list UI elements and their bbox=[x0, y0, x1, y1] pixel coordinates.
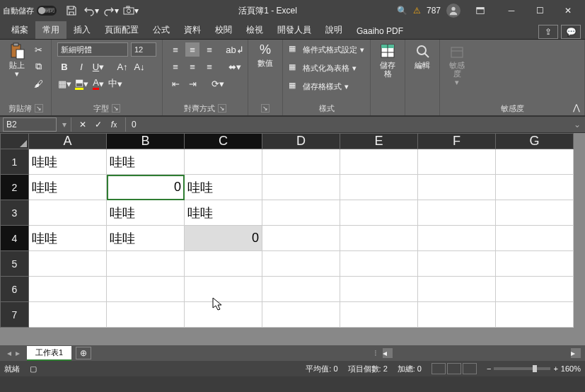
cell-B1[interactable]: 哇哇 bbox=[107, 149, 185, 175]
copy-icon[interactable]: ⧉ bbox=[31, 59, 45, 74]
align-top-icon[interactable]: ≡ bbox=[168, 42, 183, 57]
cut-icon[interactable]: ✂ bbox=[31, 42, 45, 57]
cell-C1[interactable] bbox=[185, 149, 262, 175]
tab-review[interactable]: 校閱 bbox=[208, 21, 239, 39]
share-icon[interactable]: ⇪ bbox=[538, 25, 558, 39]
tab-gaaiho[interactable]: Gaaiho PDF bbox=[349, 23, 410, 39]
new-sheet-icon[interactable]: ⊕ bbox=[76, 347, 91, 359]
maximize-button[interactable]: ☐ bbox=[526, 0, 554, 21]
shrink-font-icon[interactable]: A↓ bbox=[132, 59, 146, 74]
cell-F2[interactable] bbox=[418, 175, 496, 200]
zoom-control[interactable]: − + 160% bbox=[487, 364, 581, 373]
fill-color-icon[interactable]: ⬒▾ bbox=[74, 76, 88, 91]
minimize-button[interactable]: ─ bbox=[497, 0, 526, 21]
cell-D5[interactable] bbox=[262, 251, 340, 277]
align-bottom-icon[interactable]: ≡ bbox=[202, 42, 216, 57]
cell-G5[interactable] bbox=[496, 251, 574, 277]
number-launcher-icon[interactable]: ↘ bbox=[261, 104, 270, 113]
view-normal-icon[interactable] bbox=[431, 363, 446, 374]
tab-view[interactable]: 檢視 bbox=[239, 21, 270, 39]
clipboard-launcher-icon[interactable]: ↘ bbox=[35, 104, 43, 113]
align-center-icon[interactable]: ≡ bbox=[185, 59, 199, 74]
cell-F4[interactable] bbox=[418, 226, 496, 251]
grow-font-icon[interactable]: A↑ bbox=[115, 59, 129, 74]
cell-C6[interactable] bbox=[185, 277, 262, 302]
tab-data[interactable]: 資料 bbox=[177, 21, 208, 39]
tab-insert[interactable]: 插入 bbox=[66, 21, 98, 39]
redo-icon[interactable]: ▾ bbox=[103, 3, 119, 18]
cell-A7[interactable] bbox=[29, 302, 107, 328]
sheet-tab-1[interactable]: 工作表1 bbox=[27, 346, 71, 361]
cell-G2[interactable] bbox=[496, 175, 574, 200]
collapse-ribbon-icon[interactable]: ⋀ bbox=[573, 103, 580, 113]
zoom-in-icon[interactable]: + bbox=[553, 364, 557, 373]
cell-E2[interactable] bbox=[340, 175, 418, 200]
horizontal-scrollbar[interactable]: ◂▸ bbox=[383, 348, 581, 358]
cell-C2[interactable]: 哇哇 bbox=[185, 175, 262, 200]
cell-G4[interactable] bbox=[496, 226, 574, 251]
sheet-nav-prev-icon[interactable]: ◂ bbox=[7, 348, 11, 358]
name-box[interactable] bbox=[3, 117, 57, 132]
row-header-6[interactable]: 6 bbox=[1, 277, 29, 302]
cell-C3[interactable]: 哇哇 bbox=[185, 200, 262, 226]
cell-styles-button[interactable]: ▦儲存格樣式 ▾ bbox=[289, 79, 364, 93]
cell-B2[interactable]: 0 bbox=[107, 175, 185, 200]
cell-B5[interactable] bbox=[107, 251, 185, 277]
wrap-text-icon[interactable]: ab↲ bbox=[228, 42, 242, 57]
cell-E3[interactable] bbox=[340, 200, 418, 226]
cell-D3[interactable] bbox=[262, 200, 340, 226]
cell-B6[interactable] bbox=[107, 277, 185, 302]
phonetic-icon[interactable]: 中▾ bbox=[108, 76, 122, 91]
cell-F6[interactable] bbox=[418, 277, 496, 302]
format-as-table-button[interactable]: ▦格式化為表格 ▾ bbox=[289, 61, 364, 75]
cancel-formula-icon[interactable]: ✕ bbox=[76, 117, 90, 132]
cell-G6[interactable] bbox=[496, 277, 574, 302]
tab-home[interactable]: 常用 bbox=[35, 21, 66, 39]
paste-button[interactable]: 貼上▾ bbox=[6, 42, 28, 78]
sheet-nav-next-icon[interactable]: ▸ bbox=[16, 348, 20, 358]
cell-C4[interactable]: 0 bbox=[185, 226, 262, 251]
autosave-toggle[interactable]: 自動儲存 關閉 bbox=[3, 6, 57, 16]
tab-developer[interactable]: 開發人員 bbox=[270, 21, 318, 39]
cell-A5[interactable] bbox=[29, 251, 107, 277]
row-header-3[interactable]: 3 bbox=[1, 200, 29, 226]
font-size-select[interactable] bbox=[131, 42, 156, 57]
expand-formula-bar-icon[interactable]: ⌄ bbox=[569, 120, 585, 129]
align-right-icon[interactable]: ≡ bbox=[202, 59, 216, 74]
row-header-2[interactable]: 2 bbox=[1, 175, 29, 200]
cell-D6[interactable] bbox=[262, 277, 340, 302]
increase-indent-icon[interactable]: ⇥ bbox=[185, 76, 199, 91]
row-header-1[interactable]: 1 bbox=[1, 149, 29, 175]
ribbon-display-icon[interactable] bbox=[466, 0, 494, 21]
cell-G1[interactable] bbox=[496, 149, 574, 175]
cell-A4[interactable]: 哇哇 bbox=[29, 226, 107, 251]
tab-help[interactable]: 說明 bbox=[318, 21, 349, 39]
borders-icon[interactable]: ▦▾ bbox=[57, 76, 71, 91]
col-header-C[interactable]: C bbox=[185, 134, 262, 149]
col-header-F[interactable]: F bbox=[418, 134, 496, 149]
tab-file[interactable]: 檔案 bbox=[4, 21, 35, 39]
cell-E6[interactable] bbox=[340, 277, 418, 302]
close-button[interactable]: ✕ bbox=[554, 0, 582, 21]
cell-F3[interactable] bbox=[418, 200, 496, 226]
col-header-E[interactable]: E bbox=[340, 134, 418, 149]
merge-cells-icon[interactable]: ⬌▾ bbox=[228, 59, 242, 74]
warning-icon[interactable]: ⚠ bbox=[413, 6, 421, 16]
tab-layout[interactable]: 頁面配置 bbox=[98, 21, 146, 39]
undo-icon[interactable]: ▾ bbox=[83, 3, 99, 18]
row-header-4[interactable]: 4 bbox=[1, 226, 29, 251]
enter-formula-icon[interactable]: ✓ bbox=[91, 117, 105, 132]
col-header-B[interactable]: B bbox=[107, 134, 185, 149]
cell-E1[interactable] bbox=[340, 149, 418, 175]
cell-F5[interactable] bbox=[418, 251, 496, 277]
col-header-A[interactable]: A bbox=[29, 134, 107, 149]
camera-icon[interactable]: ▾ bbox=[123, 3, 139, 18]
toggle-off-icon[interactable]: 關閉 bbox=[37, 6, 57, 16]
name-box-dropdown-icon[interactable]: ▾ bbox=[59, 120, 69, 129]
row-header-5[interactable]: 5 bbox=[1, 251, 29, 277]
zoom-out-icon[interactable]: − bbox=[487, 364, 491, 373]
underline-button[interactable]: U ▾ bbox=[91, 59, 105, 74]
cell-E5[interactable] bbox=[340, 251, 418, 277]
format-painter-icon[interactable]: 🖌 bbox=[31, 76, 45, 91]
alignment-launcher-icon[interactable]: ↘ bbox=[218, 104, 226, 113]
